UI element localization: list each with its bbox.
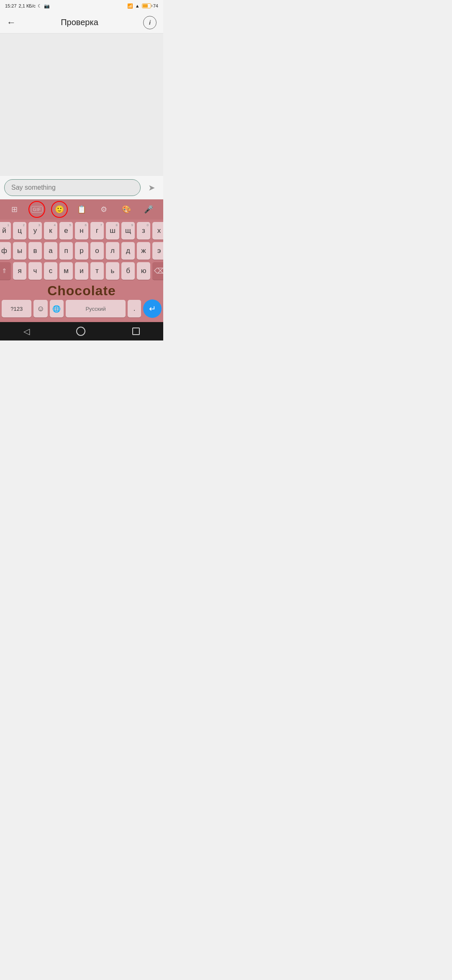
key-н[interactable]: 6н [75, 222, 88, 240]
key-з[interactable]: 0з [137, 222, 150, 240]
key-ь[interactable]: ь [106, 262, 119, 280]
space-key[interactable]: Русский [66, 300, 126, 317]
message-input[interactable] [4, 179, 141, 196]
palette-icon: 🎨 [122, 205, 131, 214]
keyboard: 1й 2ц 3у 4к 5е 6н 7г 8ш 9щ 0з х ф ы в а … [0, 219, 163, 322]
nav-recent-button[interactable] [132, 328, 140, 335]
key-т[interactable]: т [90, 262, 104, 280]
header: ← Проверка i [0, 12, 163, 34]
sticker-icon: 🙂 [55, 205, 64, 214]
shift-key[interactable]: ⇑ [0, 262, 11, 280]
battery-icon [142, 3, 151, 8]
key-row-1: 1й 2ц 3у 4к 5е 6н 7г 8ш 9щ 0з х [2, 222, 162, 240]
key-к[interactable]: 4к [44, 222, 57, 240]
key-э[interactable]: э [152, 242, 163, 260]
back-button[interactable]: ← [7, 17, 16, 28]
key-у[interactable]: 3у [28, 222, 42, 240]
period-key[interactable]: . [128, 300, 141, 317]
keyboard-watermark: Chocolate [2, 282, 162, 299]
mic-icon: 🎤 [144, 205, 153, 214]
nav-back-button[interactable]: ◁ [23, 326, 30, 336]
nav-back-icon: ◁ [23, 326, 30, 336]
battery-fill [143, 4, 148, 8]
wifi-icon: ▲ [135, 3, 140, 8]
key-б[interactable]: б [121, 262, 135, 280]
key-ч[interactable]: ч [28, 262, 42, 280]
symbol-key[interactable]: ?123 [2, 300, 31, 317]
key-д[interactable]: д [121, 242, 135, 260]
voice-button[interactable]: 🎤 [140, 201, 157, 218]
key-и[interactable]: и [75, 262, 88, 280]
key-р[interactable]: р [75, 242, 88, 260]
nav-home-icon [76, 327, 85, 336]
emoji-key[interactable]: ☺ [33, 300, 47, 317]
key-row-3: ⇑ я ч с м и т ь б ю ⌫ [2, 262, 162, 280]
emoji-grid-icon: ⊞ [11, 205, 18, 214]
battery-level: 74 [153, 3, 158, 8]
send-button[interactable]: ➤ [144, 180, 159, 195]
status-right: 📶 ▲ 74 [127, 3, 158, 9]
emoji-grid-button[interactable]: ⊞ [6, 201, 23, 218]
key-row-2: ф ы в а п р о л д ж э [2, 242, 162, 260]
key-ш[interactable]: 8ш [106, 222, 119, 240]
key-е[interactable]: 5е [59, 222, 73, 240]
info-button[interactable]: i [143, 16, 157, 29]
delete-key[interactable]: ⌫ [152, 262, 163, 280]
keyboard-toolbar: ⊞ GIF 🙂 📋 ⚙ 🎨 🎤 [0, 199, 163, 219]
key-ж[interactable]: ж [137, 242, 150, 260]
key-а[interactable]: а [44, 242, 57, 260]
key-м[interactable]: м [59, 262, 73, 280]
key-ю[interactable]: ю [137, 262, 150, 280]
gif-label: GIF [31, 206, 43, 213]
gear-icon: ⚙ [100, 205, 107, 214]
status-left: 15:27 2,1 КБ/с ☾ 📷 [5, 3, 50, 9]
clipboard-icon: 📋 [77, 205, 86, 214]
key-п[interactable]: п [59, 242, 73, 260]
nav-bar: ◁ [0, 322, 163, 340]
key-о[interactable]: о [90, 242, 104, 260]
key-й[interactable]: 1й [0, 222, 11, 240]
moon-icon: ☾ [38, 3, 42, 9]
key-л[interactable]: л [106, 242, 119, 260]
key-х[interactable]: х [152, 222, 163, 240]
nav-recent-icon [132, 328, 140, 335]
key-ы[interactable]: ы [13, 242, 26, 260]
settings-button[interactable]: ⚙ [95, 201, 112, 218]
input-area: ➤ [0, 176, 163, 199]
info-icon: i [149, 19, 151, 26]
gif-button[interactable]: GIF [28, 201, 45, 218]
time: 15:27 [5, 3, 17, 8]
enter-key[interactable]: ↵ [143, 299, 162, 318]
status-bar: 15:27 2,1 КБ/с ☾ 📷 📶 ▲ 74 [0, 0, 163, 12]
network-speed: 2,1 КБ/с [19, 3, 36, 8]
key-щ[interactable]: 9щ [121, 222, 135, 240]
page-title: Проверка [61, 18, 98, 27]
palette-button[interactable]: 🎨 [118, 201, 135, 218]
globe-key[interactable]: 🌐 [50, 300, 64, 317]
sticker-button[interactable]: 🙂 [51, 201, 68, 218]
key-в[interactable]: в [28, 242, 42, 260]
key-с[interactable]: с [44, 262, 57, 280]
clipboard-button[interactable]: 📋 [73, 201, 90, 218]
key-row-bottom: ?123 ☺ 🌐 Русский . ↵ [2, 299, 162, 318]
chat-area [0, 34, 163, 176]
nav-home-button[interactable] [76, 327, 85, 336]
camera-icon: 📷 [44, 3, 50, 9]
key-я[interactable]: я [13, 262, 26, 280]
key-ф[interactable]: ф [0, 242, 11, 260]
key-г[interactable]: 7г [90, 222, 104, 240]
key-ц[interactable]: 2ц [13, 222, 26, 240]
signal-icon: 📶 [127, 3, 133, 9]
